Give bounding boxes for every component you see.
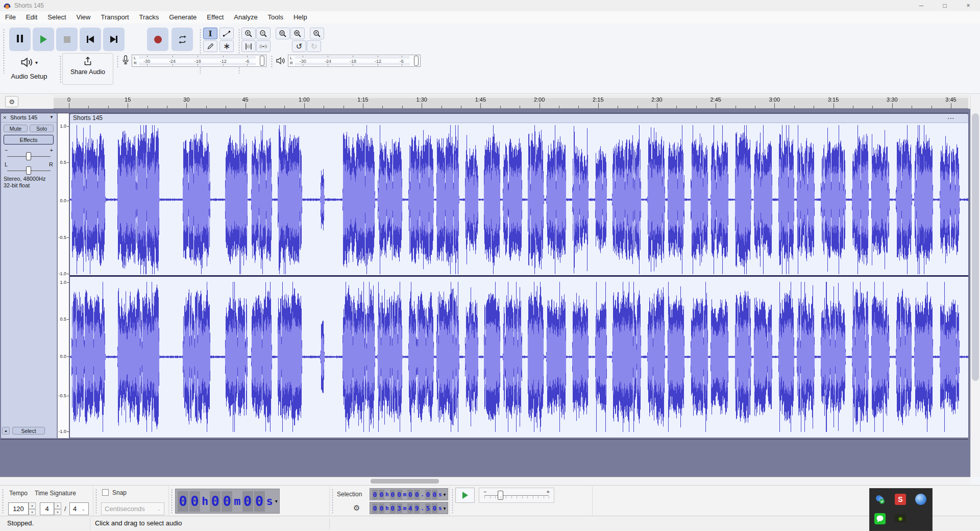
menu-file[interactable]: File bbox=[0, 11, 21, 23]
tempo-spinner[interactable]: ▲ ▼ bbox=[29, 502, 36, 515]
menu-transport[interactable]: Transport bbox=[95, 11, 134, 23]
vertical-scrollbar-thumb[interactable] bbox=[972, 113, 979, 381]
selection-end-display[interactable]: 00h03m49.50s▾ bbox=[370, 502, 448, 514]
vertical-scale-ruler[interactable]: 1.00.50.0-0.5-1.01.00.50.0-0.5-1.0 bbox=[58, 113, 69, 438]
snap-checkbox[interactable] bbox=[102, 489, 109, 496]
record-volume-slider[interactable] bbox=[260, 56, 264, 66]
gain-slider[interactable] bbox=[26, 152, 31, 160]
select-track-button[interactable]: Select bbox=[12, 427, 45, 435]
spin-down-icon[interactable]: ▼ bbox=[54, 509, 61, 516]
playback-volume-slider[interactable] bbox=[414, 56, 419, 66]
undo-button[interactable]: ↺ bbox=[292, 40, 306, 52]
menu-edit[interactable]: Edit bbox=[21, 11, 42, 23]
time-format-caret-icon[interactable]: ▾ bbox=[275, 498, 278, 504]
menu-view[interactable]: View bbox=[71, 11, 96, 23]
spin-down-icon[interactable]: ▼ bbox=[29, 509, 36, 516]
time-digit[interactable]: 0 bbox=[254, 491, 265, 512]
time-unit[interactable]: h bbox=[385, 505, 389, 512]
skip-to-start-button[interactable] bbox=[80, 28, 101, 51]
time-digit[interactable]: 0 bbox=[379, 490, 384, 499]
menu-tools[interactable]: Tools bbox=[263, 11, 288, 23]
effects-button[interactable]: Effects bbox=[4, 135, 54, 144]
pan-slider[interactable] bbox=[26, 166, 31, 175]
time-digit[interactable]: 0 bbox=[407, 490, 413, 499]
zoom-toggle-button[interactable] bbox=[310, 28, 324, 39]
skip-to-end-button[interactable] bbox=[103, 28, 125, 51]
selection-toolbar-grip[interactable] bbox=[331, 489, 334, 513]
vertical-scrollbar[interactable] bbox=[970, 95, 980, 477]
timedisplay-grip[interactable] bbox=[170, 489, 173, 513]
playspeed-grip[interactable] bbox=[451, 489, 454, 513]
snap-format-select[interactable]: Centiseconds ⌄ bbox=[101, 502, 164, 515]
audio-clip[interactable]: Shorts 145 ⋯ bbox=[69, 113, 969, 438]
audio-setup-button[interactable]: ▾ Audio Setup bbox=[1, 53, 57, 92]
record-meter-grip[interactable] bbox=[116, 55, 119, 67]
clip-title[interactable]: Shorts 145 bbox=[73, 114, 103, 122]
menu-help[interactable]: Help bbox=[288, 11, 312, 23]
time-unit[interactable]: s bbox=[265, 495, 274, 508]
loop-button[interactable] bbox=[172, 28, 193, 51]
time-unit[interactable]: m bbox=[403, 491, 407, 498]
zoom-out-button[interactable] bbox=[256, 28, 271, 39]
time-format-caret-icon[interactable]: ▾ bbox=[444, 505, 446, 511]
menu-generate[interactable]: Generate bbox=[164, 11, 202, 23]
playback-meter[interactable]: L R -30-24-18-12-6 bbox=[276, 54, 421, 67]
time-digit[interactable]: 0 bbox=[222, 491, 232, 512]
solo-button[interactable]: Solo bbox=[30, 125, 54, 132]
mute-button[interactable]: Mute bbox=[4, 125, 28, 132]
track-title[interactable]: Shorts 145 bbox=[10, 114, 37, 120]
time-digit[interactable]: 0 bbox=[414, 490, 420, 499]
menu-tracks[interactable]: Tracks bbox=[134, 11, 164, 23]
time-digit[interactable]: 0 bbox=[390, 490, 396, 499]
stop-button[interactable] bbox=[56, 28, 78, 51]
time-unit[interactable]: s bbox=[438, 491, 443, 498]
time-format-caret-icon[interactable]: ▾ bbox=[444, 492, 446, 497]
clip-overflow-icon[interactable]: ⋯ bbox=[947, 114, 955, 122]
snap-toolbar-grip[interactable] bbox=[95, 489, 97, 513]
time-unit[interactable]: h bbox=[201, 495, 209, 508]
menu-select[interactable]: Select bbox=[42, 11, 71, 23]
time-unit[interactable]: . bbox=[420, 505, 425, 512]
time-digit[interactable]: 5 bbox=[425, 503, 431, 513]
time-toolbar-grip[interactable] bbox=[2, 489, 4, 513]
redo-button[interactable]: ↻ bbox=[307, 40, 321, 52]
time-digit[interactable]: 9 bbox=[414, 503, 420, 513]
horizontal-scrollbar[interactable] bbox=[0, 477, 970, 486]
play-at-speed-button[interactable] bbox=[455, 488, 475, 503]
minimize-icon[interactable]: ─ bbox=[910, 0, 933, 11]
menu-effect[interactable]: Effect bbox=[202, 11, 229, 23]
tray-chat-app-icon[interactable] bbox=[874, 513, 886, 524]
time-digit[interactable]: 0 bbox=[379, 503, 384, 513]
tray-cloud-sync-icon[interactable] bbox=[874, 494, 886, 505]
audio-position-display[interactable]: 00h00m00s▾ bbox=[175, 489, 280, 514]
collapse-track-button[interactable]: ▲ bbox=[2, 427, 10, 435]
time-unit[interactable]: m bbox=[403, 505, 407, 512]
zoom-in-button[interactable] bbox=[241, 28, 256, 39]
spin-up-icon[interactable]: ▲ bbox=[29, 502, 36, 509]
speed-slider-thumb[interactable] bbox=[498, 491, 503, 500]
time-digit[interactable]: 0 bbox=[189, 491, 200, 512]
maximize-icon[interactable]: □ bbox=[933, 0, 957, 11]
timesig-denominator-select[interactable]: 4 ⌄ bbox=[69, 502, 89, 515]
timeline-ruler[interactable] bbox=[0, 95, 980, 109]
menu-analyze[interactable]: Analyze bbox=[229, 11, 262, 23]
play-meter-grip[interactable] bbox=[271, 55, 273, 67]
playback-meter-scale[interactable]: L R -30-24-18-12-6 bbox=[288, 55, 421, 67]
play-button[interactable] bbox=[33, 28, 54, 51]
time-digit[interactable]: 0 bbox=[397, 490, 402, 499]
spin-up-icon[interactable]: ▲ bbox=[54, 502, 61, 509]
time-digit[interactable]: 0 bbox=[372, 503, 378, 513]
multi-tool-button[interactable]: ∗ bbox=[219, 40, 234, 52]
recording-meter[interactable]: L R -30-24-18-12-6 bbox=[121, 54, 266, 67]
time-digit[interactable]: 0 bbox=[178, 491, 188, 512]
time-digit[interactable]: 0 bbox=[425, 490, 431, 499]
share-audio-button[interactable]: Share Audio bbox=[62, 53, 113, 85]
share-grip[interactable] bbox=[59, 55, 62, 84]
tempo-input[interactable]: 120 bbox=[8, 502, 29, 515]
time-digit[interactable]: 0 bbox=[432, 490, 437, 499]
timeline-options-button[interactable]: ⚙ bbox=[5, 96, 18, 107]
draw-tool-button[interactable] bbox=[203, 40, 217, 52]
track-close-icon[interactable]: × bbox=[3, 114, 6, 120]
fit-selection-button[interactable] bbox=[276, 28, 290, 39]
tray-gpu-settings-icon[interactable]: ◉ bbox=[895, 514, 906, 522]
